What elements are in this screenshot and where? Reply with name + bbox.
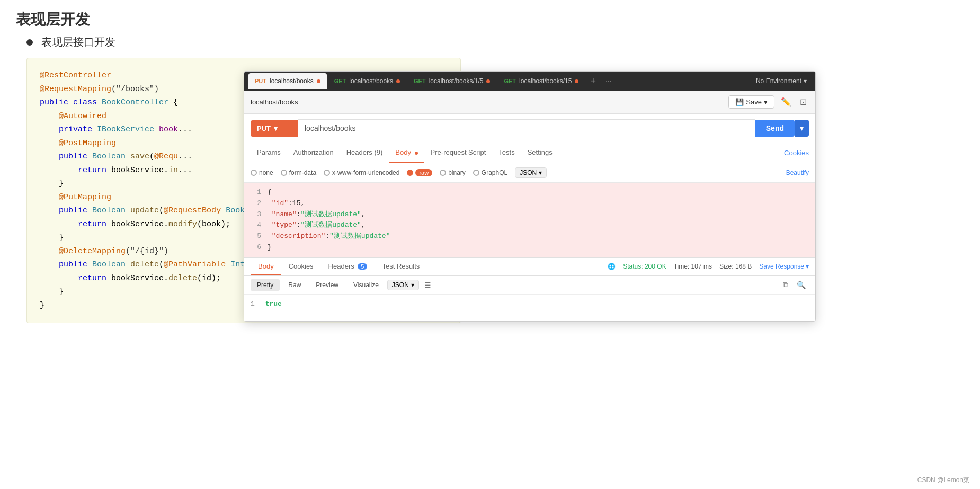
edit-button[interactable]: ✏️ xyxy=(779,95,794,109)
save-response-button[interactable]: Save Response ▾ xyxy=(759,263,809,270)
request-url-display: localhost/books xyxy=(251,98,724,106)
method-label: PUT xyxy=(257,125,271,132)
body-type-raw[interactable]: raw xyxy=(407,169,432,176)
postman-tab-get-books[interactable]: GET localhost/books xyxy=(328,73,406,89)
res-copy-button[interactable]: ⧉ xyxy=(780,279,791,290)
tab-method-get3: GET xyxy=(504,78,516,84)
save-button[interactable]: 💾 Save ▾ xyxy=(728,95,774,109)
response-section: Body Cookies Headers 5 Test Results 🌐 St… xyxy=(244,258,815,321)
response-body-content: 1 true xyxy=(244,295,815,321)
res-true-value: true xyxy=(265,300,282,308)
more-tabs-button[interactable]: ··· xyxy=(601,77,616,85)
radio-urlencoded[interactable] xyxy=(324,170,330,176)
res-format-button[interactable]: ☰ xyxy=(421,280,434,290)
body-line-5: 5 "description":"测试数据update" xyxy=(251,231,809,242)
body-graphql-label: GraphQL xyxy=(482,169,507,176)
json-selector-label: JSON xyxy=(520,169,537,176)
postman-tab-get-book-id[interactable]: GET localhost/books/15 xyxy=(497,73,585,89)
tab-modified-dot3 xyxy=(486,79,490,83)
postman-tab-get-books-page[interactable]: GET localhost/books/1/5 xyxy=(407,73,496,89)
env-label: No Environment xyxy=(756,77,801,85)
radio-formdata[interactable] xyxy=(281,170,287,176)
environment-selector[interactable]: No Environment ▾ xyxy=(752,77,811,85)
send-button[interactable]: Send xyxy=(755,120,795,137)
request-actions: 💾 Save ▾ ✏️ ⊡ xyxy=(728,95,809,109)
size-value: Size: 168 B xyxy=(719,263,752,270)
body-formdata-label: form-data xyxy=(289,169,316,176)
tab-headers[interactable]: Headers (9) xyxy=(340,143,389,163)
tab-body[interactable]: Body xyxy=(389,143,424,163)
tab-method-get1: GET xyxy=(334,78,346,84)
radio-binary[interactable] xyxy=(440,170,446,176)
url-input[interactable] xyxy=(298,119,755,137)
bullet-label: 表现层接口开发 xyxy=(41,35,115,49)
status-value: Status: 200 OK xyxy=(623,263,666,270)
bullet-dot xyxy=(26,39,33,46)
option-tabs: Params Authorization Headers (9) Body Pr… xyxy=(244,143,815,163)
res-search-button[interactable]: 🔍 xyxy=(794,280,809,290)
response-tab-body[interactable]: Body xyxy=(251,258,281,275)
tab-params[interactable]: Params xyxy=(251,143,287,163)
body-binary-label: binary xyxy=(448,169,466,176)
response-status-bar: 🌐 Status: 200 OK Time: 107 ms Size: 168 … xyxy=(608,263,809,270)
json-type-selector[interactable]: JSON ▾ xyxy=(515,167,547,178)
tab-settings[interactable]: Settings xyxy=(521,143,559,163)
method-url-row: PUT ▾ Send ▾ xyxy=(244,114,815,143)
page-title: 表现层开发 xyxy=(0,0,980,35)
send-dropdown-button[interactable]: ▾ xyxy=(795,120,809,137)
body-line-1: 1{ xyxy=(251,187,809,198)
headers-count-badge: 5 xyxy=(358,263,367,270)
postman-tab-put-books[interactable]: PUT localhost/books xyxy=(248,73,327,89)
response-tab-test-results[interactable]: Test Results xyxy=(375,258,427,275)
save-label: Save xyxy=(746,98,762,106)
body-none-label: none xyxy=(259,169,273,176)
method-selector[interactable]: PUT ▾ xyxy=(251,120,298,137)
tab-modified-dot xyxy=(317,79,320,83)
request-bar: localhost/books 💾 Save ▾ ✏️ ⊡ xyxy=(244,91,815,114)
fullscreen-button[interactable]: ⊡ xyxy=(798,95,809,109)
res-json-selector[interactable]: JSON ▾ xyxy=(387,280,419,290)
postman-panel: PUT localhost/books GET localhost/books … xyxy=(244,71,816,322)
save-dropdown-icon: ▾ xyxy=(764,98,768,106)
save-icon: 💾 xyxy=(735,98,744,106)
tab-prerequest[interactable]: Pre-request Script xyxy=(424,143,493,163)
body-raw-label: raw xyxy=(415,169,432,176)
json-chevron-icon: ▾ xyxy=(539,169,542,176)
body-line-6: 6} xyxy=(251,242,809,253)
tab-tests[interactable]: Tests xyxy=(492,143,521,163)
body-type-formdata[interactable]: form-data xyxy=(281,169,316,176)
body-active-dot xyxy=(415,152,418,155)
res-pretty-tab[interactable]: Pretty xyxy=(251,279,280,291)
page-footer: CSDN @Lemon菜 xyxy=(917,476,969,485)
response-tab-headers[interactable]: Headers 5 xyxy=(321,258,375,275)
tab-modified-dot4 xyxy=(575,79,578,83)
add-tab-button[interactable]: + xyxy=(586,76,600,87)
tab-url-get3: localhost/books/15 xyxy=(519,77,572,85)
res-preview-tab[interactable]: Preview xyxy=(309,279,345,291)
tab-method-get2: GET xyxy=(414,78,426,84)
send-label: Send xyxy=(766,124,784,132)
radio-none[interactable] xyxy=(251,170,257,176)
body-type-binary[interactable]: binary xyxy=(440,169,466,176)
body-type-graphql[interactable]: GraphQL xyxy=(473,169,507,176)
response-tab-cookies[interactable]: Cookies xyxy=(281,258,321,275)
res-visualize-tab[interactable]: Visualize xyxy=(347,279,385,291)
tab-method-put: PUT xyxy=(255,78,266,84)
save-response-chevron-icon: ▾ xyxy=(806,263,809,270)
response-tab-bar: Body Cookies Headers 5 Test Results 🌐 St… xyxy=(244,258,815,276)
body-type-urlencoded[interactable]: x-www-form-urlencoded xyxy=(324,169,399,176)
body-type-none[interactable]: none xyxy=(251,169,273,176)
radio-graphql[interactable] xyxy=(473,170,479,176)
body-line-2: 2 "id":15, xyxy=(251,198,809,209)
tab-url-put: localhost/books xyxy=(270,77,314,85)
res-line-num: 1 xyxy=(251,300,255,308)
method-chevron-icon: ▾ xyxy=(274,125,278,132)
beautify-button[interactable]: Beautify xyxy=(786,169,809,176)
body-editor[interactable]: 1{ 2 "id":15, 3 "name":"测试数据update", 4 "… xyxy=(244,183,815,258)
tab-authorization[interactable]: Authorization xyxy=(287,143,340,163)
globe-icon: 🌐 xyxy=(608,263,616,270)
cookies-link[interactable]: Cookies xyxy=(784,149,809,157)
radio-raw[interactable] xyxy=(407,170,413,176)
time-value: Time: 107 ms xyxy=(674,263,712,270)
res-raw-tab[interactable]: Raw xyxy=(282,279,307,291)
